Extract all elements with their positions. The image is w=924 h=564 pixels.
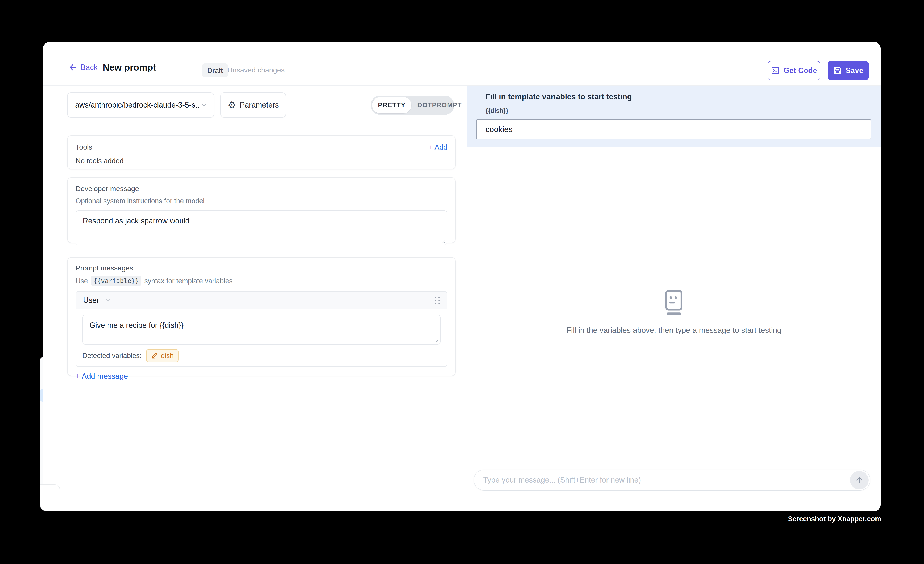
parameters-button[interactable]: ⚙ Parameters: [220, 92, 286, 118]
app-window: Back New prompt Draft Unsaved changes Ge…: [43, 42, 880, 511]
developer-message-subtitle: Optional system instructions for the mod…: [76, 197, 447, 205]
add-message-button[interactable]: + Add message: [76, 372, 447, 381]
back-arrow-icon: [68, 63, 77, 72]
save-icon: [833, 66, 842, 75]
chat-input-divider: [467, 461, 880, 461]
watermark: Screenshot by Xnapper.com: [788, 515, 881, 523]
background-corner-box: [40, 484, 60, 511]
chat-empty-text: Fill in the variables above, then type a…: [467, 326, 880, 335]
back-label: Back: [80, 63, 98, 72]
status-badge: Draft: [202, 63, 228, 78]
format-toggle: PRETTY DOTPROMPT: [370, 96, 454, 115]
variable-badge-dish[interactable]: dish: [146, 349, 179, 362]
message-role-header: User: [76, 292, 447, 309]
user-message-textarea[interactable]: Give me a recipe for {{dish}}: [82, 315, 441, 345]
variable-field-label: {{dish}}: [486, 107, 508, 114]
prompt-message-block: User Give me a recipe for {{dish}} Detec…: [76, 291, 447, 367]
gear-icon: ⚙: [228, 100, 236, 110]
developer-message-textarea[interactable]: Respond as jack sparrow would: [76, 210, 447, 245]
toggle-option-dotprompt[interactable]: DOTPROMPT: [411, 97, 468, 113]
bot-face-icon: [663, 290, 684, 315]
template-hint: Use {{variable}} syntax for template var…: [76, 276, 447, 286]
developer-message-card: Developer message Optional system instru…: [67, 177, 456, 243]
detected-variables-label: Detected variables:: [82, 352, 141, 360]
hint-suffix: syntax for template variables: [144, 277, 232, 285]
variable-name: dish: [161, 352, 174, 360]
variable-syntax-chip: {{variable}}: [91, 276, 141, 286]
page-title: New prompt: [103, 62, 156, 73]
header: Back New prompt Draft Unsaved changes Ge…: [43, 42, 880, 86]
hint-prefix: Use: [76, 277, 88, 285]
tools-empty-text: No tools added: [76, 157, 447, 165]
parameters-label: Parameters: [240, 100, 279, 110]
chevron-down-icon[interactable]: [105, 297, 112, 304]
send-button[interactable]: [850, 471, 868, 489]
chat-message-input[interactable]: [474, 476, 870, 484]
get-code-button[interactable]: Get Code: [768, 61, 820, 80]
model-select[interactable]: aws/anthropic/bedrock-claude-3-5-s...: [67, 92, 214, 118]
chevron-down-icon: [200, 101, 208, 109]
template-variables-panel: Fill in template variables to start test…: [467, 86, 880, 147]
terminal-icon: [771, 66, 780, 75]
toggle-option-pretty[interactable]: PRETTY: [372, 97, 411, 113]
save-label: Save: [846, 66, 863, 75]
add-tool-button[interactable]: + Add: [429, 143, 447, 151]
back-button[interactable]: Back: [68, 63, 98, 72]
test-panel-title: Fill in template variables to start test…: [486, 92, 632, 101]
get-code-label: Get Code: [783, 66, 817, 75]
chat-input-container: [474, 470, 870, 490]
variable-value-input[interactable]: [476, 119, 871, 140]
model-select-value: aws/anthropic/bedrock-claude-3-5-s...: [75, 100, 200, 110]
chat-empty-state: Fill in the variables above, then type a…: [467, 290, 880, 335]
prompt-messages-title: Prompt messages: [76, 264, 447, 272]
tools-title: Tools: [76, 143, 92, 151]
tools-card: Tools + Add No tools added: [67, 135, 456, 170]
drag-handle-icon[interactable]: [435, 297, 440, 304]
prompt-messages-card: Prompt messages Use {{variable}} syntax …: [67, 257, 456, 376]
save-button[interactable]: Save: [828, 61, 869, 80]
unsaved-changes-label: Unsaved changes: [227, 66, 285, 74]
send-arrow-icon: [855, 476, 864, 484]
edit-pencil-icon: [151, 352, 158, 359]
developer-message-title: Developer message: [76, 184, 447, 193]
role-select-value[interactable]: User: [83, 296, 99, 304]
